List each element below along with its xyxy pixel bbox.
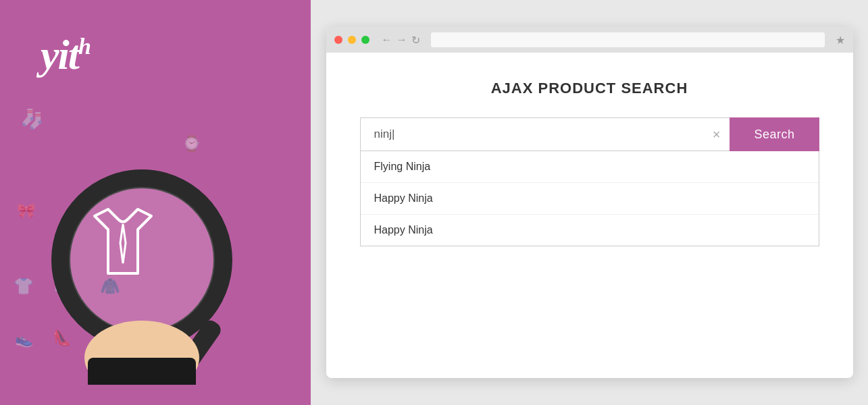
refresh-button[interactable]: ↻ <box>411 34 420 47</box>
browser-titlebar: ← → ↻ ★ <box>326 27 853 53</box>
search-dropdown: Flying Ninja Happy Ninja Happy Ninja <box>360 151 819 246</box>
bookmark-icon[interactable]: ★ <box>836 34 845 47</box>
browser-nav: ← → ↻ <box>382 34 420 47</box>
socks-icon: 🧦 <box>20 108 44 130</box>
browser-window: ← → ↻ ★ AJAX PRODUCT SEARCH × Search <box>326 27 853 378</box>
search-input[interactable] <box>361 118 730 151</box>
dot-yellow[interactable] <box>348 36 356 44</box>
right-panel: ← → ↻ ★ AJAX PRODUCT SEARCH × Search <box>311 0 868 405</box>
back-button[interactable]: ← <box>382 34 392 46</box>
svg-point-2 <box>69 187 215 333</box>
search-button[interactable]: Search <box>730 117 819 151</box>
forward-button[interactable]: → <box>397 34 407 46</box>
search-container: × Search Flying Ninja Happy Ninja Happy … <box>360 117 819 246</box>
dot-green[interactable] <box>361 36 369 44</box>
clear-button[interactable]: × <box>713 127 721 142</box>
shoe-icon-1: 👟 <box>15 331 33 348</box>
browser-content: AJAX PRODUCT SEARCH × Search Flying Ninj… <box>326 53 853 378</box>
result-item-1[interactable]: Flying Ninja <box>361 151 819 183</box>
search-input-wrapper: × <box>360 117 730 151</box>
svg-rect-8 <box>88 358 196 385</box>
bowtie-icon: 🎀 <box>17 202 35 220</box>
tshirt-icon-1: 👕 <box>14 277 34 296</box>
magnifier-svg <box>34 128 250 385</box>
left-panel: yith 🧦 ⌚ 🎀 👕 👔 🧥 👟 👠 👗 <box>0 0 311 405</box>
dot-red[interactable] <box>334 36 342 44</box>
result-item-2[interactable]: Happy Ninja <box>361 183 819 215</box>
result-item-3[interactable]: Happy Ninja <box>361 215 819 246</box>
search-row: × Search <box>360 117 819 151</box>
address-bar[interactable] <box>431 32 825 47</box>
page-title: AJAX PRODUCT SEARCH <box>491 80 688 97</box>
magnifier-illustration <box>34 128 250 385</box>
